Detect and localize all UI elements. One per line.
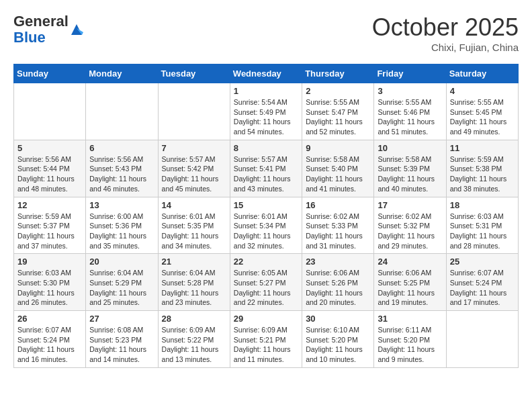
day-info: Sunrise: 5:57 AM Sunset: 5:41 PM Dayligh…	[234, 154, 298, 194]
calendar-cell: 22Sunrise: 6:05 AM Sunset: 5:27 PM Dayli…	[230, 254, 302, 311]
calendar-cell: 19Sunrise: 6:03 AM Sunset: 5:30 PM Dayli…	[14, 254, 86, 311]
day-number: 25	[450, 257, 515, 267]
day-info: Sunrise: 6:10 AM Sunset: 5:20 PM Dayligh…	[306, 325, 370, 365]
day-info: Sunrise: 6:06 AM Sunset: 5:25 PM Dayligh…	[378, 268, 442, 308]
day-info: Sunrise: 6:08 AM Sunset: 5:23 PM Dayligh…	[89, 325, 154, 365]
calendar-cell	[86, 83, 158, 140]
calendar-cell: 24Sunrise: 6:06 AM Sunset: 5:25 PM Dayli…	[374, 254, 446, 311]
day-info: Sunrise: 5:55 AM Sunset: 5:46 PM Dayligh…	[378, 97, 442, 137]
logo-icon	[70, 23, 83, 36]
day-number: 19	[17, 257, 82, 267]
logo-blue-text: Blue	[13, 29, 46, 46]
day-info: Sunrise: 6:09 AM Sunset: 5:22 PM Dayligh…	[162, 325, 226, 365]
calendar-cell: 25Sunrise: 6:07 AM Sunset: 5:24 PM Dayli…	[446, 254, 518, 311]
calendar-cell: 15Sunrise: 6:01 AM Sunset: 5:34 PM Dayli…	[230, 197, 302, 254]
day-number: 30	[306, 314, 370, 324]
calendar-cell: 28Sunrise: 6:09 AM Sunset: 5:22 PM Dayli…	[158, 311, 230, 368]
day-number: 3	[378, 86, 442, 96]
month-title: October 2025	[372, 13, 519, 42]
svg-marker-0	[71, 24, 82, 35]
calendar-cell: 29Sunrise: 6:09 AM Sunset: 5:21 PM Dayli…	[230, 311, 302, 368]
day-info: Sunrise: 6:02 AM Sunset: 5:32 PM Dayligh…	[378, 212, 442, 251]
day-number: 7	[162, 143, 226, 153]
logo-general-text: General	[13, 13, 69, 30]
calendar-cell: 14Sunrise: 6:01 AM Sunset: 5:35 PM Dayli…	[158, 197, 230, 254]
day-info: Sunrise: 5:58 AM Sunset: 5:39 PM Dayligh…	[378, 154, 442, 194]
calendar-cell: 31Sunrise: 6:11 AM Sunset: 5:20 PM Dayli…	[374, 311, 446, 368]
week-row-5: 26Sunrise: 6:07 AM Sunset: 5:24 PM Dayli…	[14, 311, 519, 368]
day-info: Sunrise: 6:04 AM Sunset: 5:29 PM Dayligh…	[89, 268, 154, 308]
day-info: Sunrise: 6:07 AM Sunset: 5:24 PM Dayligh…	[17, 325, 82, 365]
day-info: Sunrise: 6:11 AM Sunset: 5:20 PM Dayligh…	[378, 325, 442, 365]
day-info: Sunrise: 6:03 AM Sunset: 5:31 PM Dayligh…	[450, 212, 515, 251]
weekday-header-tuesday: Tuesday	[158, 64, 230, 83]
weekday-header-friday: Friday	[374, 64, 446, 83]
calendar-cell: 8Sunrise: 5:57 AM Sunset: 5:41 PM Daylig…	[230, 140, 302, 197]
day-number: 10	[378, 143, 442, 153]
calendar-cell: 7Sunrise: 5:57 AM Sunset: 5:42 PM Daylig…	[158, 140, 230, 197]
calendar-cell: 12Sunrise: 5:59 AM Sunset: 5:37 PM Dayli…	[14, 197, 86, 254]
weekday-header-wednesday: Wednesday	[230, 64, 302, 83]
day-info: Sunrise: 6:02 AM Sunset: 5:33 PM Dayligh…	[306, 212, 370, 251]
logo: General Blue	[13, 13, 83, 46]
day-info: Sunrise: 6:00 AM Sunset: 5:36 PM Dayligh…	[89, 212, 154, 251]
day-info: Sunrise: 6:07 AM Sunset: 5:24 PM Dayligh…	[450, 268, 515, 308]
day-number: 21	[162, 257, 226, 267]
day-number: 6	[89, 143, 154, 153]
day-info: Sunrise: 6:06 AM Sunset: 5:26 PM Dayligh…	[306, 268, 370, 308]
day-number: 8	[234, 143, 298, 153]
week-row-3: 12Sunrise: 5:59 AM Sunset: 5:37 PM Dayli…	[14, 197, 519, 254]
day-info: Sunrise: 5:54 AM Sunset: 5:49 PM Dayligh…	[234, 97, 298, 137]
day-info: Sunrise: 6:03 AM Sunset: 5:30 PM Dayligh…	[17, 268, 82, 308]
day-info: Sunrise: 5:57 AM Sunset: 5:42 PM Dayligh…	[162, 154, 226, 194]
day-info: Sunrise: 5:56 AM Sunset: 5:44 PM Dayligh…	[17, 154, 82, 194]
day-number: 29	[234, 314, 298, 324]
calendar-cell: 20Sunrise: 6:04 AM Sunset: 5:29 PM Dayli…	[86, 254, 158, 311]
calendar-cell	[14, 83, 86, 140]
calendar-cell: 1Sunrise: 5:54 AM Sunset: 5:49 PM Daylig…	[230, 83, 302, 140]
day-number: 9	[306, 143, 370, 153]
calendar-cell: 26Sunrise: 6:07 AM Sunset: 5:24 PM Dayli…	[14, 311, 86, 368]
calendar-cell: 4Sunrise: 5:55 AM Sunset: 5:45 PM Daylig…	[446, 83, 518, 140]
day-number: 27	[89, 314, 154, 324]
calendar-cell: 30Sunrise: 6:10 AM Sunset: 5:20 PM Dayli…	[302, 311, 374, 368]
calendar-cell	[158, 83, 230, 140]
day-number: 12	[17, 200, 82, 210]
calendar: SundayMondayTuesdayWednesdayThursdayFrid…	[13, 64, 519, 368]
calendar-cell: 10Sunrise: 5:58 AM Sunset: 5:39 PM Dayli…	[374, 140, 446, 197]
day-number: 22	[234, 257, 298, 267]
calendar-cell: 21Sunrise: 6:04 AM Sunset: 5:28 PM Dayli…	[158, 254, 230, 311]
calendar-cell: 11Sunrise: 5:59 AM Sunset: 5:38 PM Dayli…	[446, 140, 518, 197]
weekday-header-thursday: Thursday	[302, 64, 374, 83]
day-number: 5	[17, 143, 82, 153]
day-number: 20	[89, 257, 154, 267]
day-number: 18	[450, 200, 515, 210]
day-number: 23	[306, 257, 370, 267]
day-info: Sunrise: 6:01 AM Sunset: 5:34 PM Dayligh…	[234, 212, 298, 251]
day-info: Sunrise: 5:59 AM Sunset: 5:38 PM Dayligh…	[450, 154, 515, 194]
day-number: 28	[162, 314, 226, 324]
day-info: Sunrise: 5:55 AM Sunset: 5:47 PM Dayligh…	[306, 97, 370, 137]
day-number: 16	[306, 200, 370, 210]
weekday-header-saturday: Saturday	[446, 64, 518, 83]
header: General Blue October 2025 Chixi, Fujian,…	[13, 13, 519, 53]
calendar-cell: 2Sunrise: 5:55 AM Sunset: 5:47 PM Daylig…	[302, 83, 374, 140]
calendar-cell: 17Sunrise: 6:02 AM Sunset: 5:32 PM Dayli…	[374, 197, 446, 254]
day-info: Sunrise: 5:56 AM Sunset: 5:43 PM Dayligh…	[89, 154, 154, 194]
calendar-cell: 27Sunrise: 6:08 AM Sunset: 5:23 PM Dayli…	[86, 311, 158, 368]
calendar-cell: 6Sunrise: 5:56 AM Sunset: 5:43 PM Daylig…	[86, 140, 158, 197]
day-info: Sunrise: 6:04 AM Sunset: 5:28 PM Dayligh…	[162, 268, 226, 308]
calendar-cell	[446, 311, 518, 368]
calendar-cell: 16Sunrise: 6:02 AM Sunset: 5:33 PM Dayli…	[302, 197, 374, 254]
week-row-4: 19Sunrise: 6:03 AM Sunset: 5:30 PM Dayli…	[14, 254, 519, 311]
calendar-cell: 23Sunrise: 6:06 AM Sunset: 5:26 PM Dayli…	[302, 254, 374, 311]
day-info: Sunrise: 5:58 AM Sunset: 5:40 PM Dayligh…	[306, 154, 370, 194]
day-number: 26	[17, 314, 82, 324]
day-info: Sunrise: 6:05 AM Sunset: 5:27 PM Dayligh…	[234, 268, 298, 308]
week-row-1: 1Sunrise: 5:54 AM Sunset: 5:49 PM Daylig…	[14, 83, 519, 140]
calendar-cell: 13Sunrise: 6:00 AM Sunset: 5:36 PM Dayli…	[86, 197, 158, 254]
weekday-header-monday: Monday	[86, 64, 158, 83]
calendar-cell: 3Sunrise: 5:55 AM Sunset: 5:46 PM Daylig…	[374, 83, 446, 140]
weekday-header-row: SundayMondayTuesdayWednesdayThursdayFrid…	[14, 64, 519, 83]
day-number: 13	[89, 200, 154, 210]
